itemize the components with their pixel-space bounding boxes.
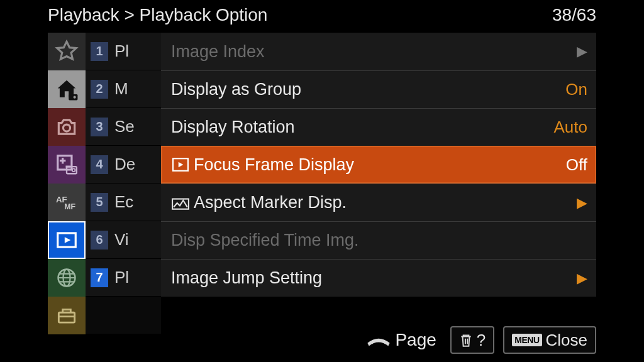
breadcrumb: Playback > Playback Option [48, 5, 267, 25]
chevron-right-icon: ▶ [577, 43, 587, 60]
sub-label: Pl [114, 41, 129, 61]
option-label: Focus Frame Display [194, 155, 566, 175]
sub-label: M [114, 79, 128, 99]
svg-point-5 [72, 168, 75, 172]
category-strip: AFMF [48, 33, 86, 334]
help-button[interactable]: ? [450, 326, 494, 354]
sub-number: 7 [91, 268, 108, 287]
option-display-as-group[interactable]: Display as Group On [161, 70, 596, 108]
sub-number: 4 [91, 155, 108, 174]
footer-bar: Page ? MENU Close [48, 324, 596, 356]
svg-text:MF: MF [64, 202, 75, 211]
category-network[interactable] [48, 259, 86, 297]
chevron-right-icon: ▶ [577, 270, 587, 287]
option-aspect-marker-disp[interactable]: Aspect Marker Disp. ▶ [161, 184, 596, 221]
svg-point-2 [63, 124, 70, 131]
home-icon [55, 77, 79, 101]
sub-number: 1 [91, 42, 108, 61]
sub-number: 5 [91, 193, 108, 212]
exposure-icon [55, 153, 79, 177]
svg-rect-0 [69, 94, 77, 101]
star-icon [55, 40, 79, 63]
page-control[interactable]: Page [366, 330, 436, 350]
menu-badge: MENU [512, 334, 541, 346]
option-label: Aspect Marker Disp. [194, 193, 577, 212]
option-disp-specified-time[interactable]: Disp Specified Time Img. [161, 221, 596, 259]
sub-number: 2 [91, 80, 108, 99]
category-favorites[interactable] [48, 33, 86, 70]
close-label: Close [546, 331, 587, 350]
sub-item-1[interactable]: 1 Pl [86, 33, 161, 70]
option-label: Display as Group [171, 80, 565, 99]
chevron-right-icon: ▶ [577, 195, 587, 211]
category-shooting[interactable] [48, 108, 86, 146]
page-dial-icon [366, 332, 391, 348]
sub-item-2[interactable]: 2 M [86, 70, 161, 108]
option-image-jump-setting[interactable]: Image Jump Setting ▶ [161, 259, 596, 297]
sub-label: Se [114, 117, 135, 136]
option-label: Image Index [171, 42, 577, 62]
sub-category-column: 1 Pl 2 M 3 Se 4 De 5 Ec 6 Vi 7 Pl [86, 33, 161, 334]
focus-frame-icon [171, 156, 190, 173]
breadcrumb-current: Playback Option [140, 5, 268, 25]
option-label: Display Rotation [171, 118, 554, 137]
sub-label: Ec [114, 192, 133, 212]
category-exposure[interactable] [48, 146, 86, 184]
globe-icon [55, 266, 79, 290]
option-value: Auto [554, 118, 588, 137]
page-counter: 38/63 [552, 5, 596, 25]
sub-item-7[interactable]: 7 Pl [86, 259, 161, 297]
close-button[interactable]: MENU Close [503, 326, 596, 354]
play-icon [55, 228, 79, 252]
option-value: On [565, 80, 587, 99]
option-focus-frame-display[interactable]: Focus Frame Display Off [161, 146, 596, 184]
aspect-marker-icon [171, 195, 190, 211]
option-display-rotation[interactable]: Display Rotation Auto [161, 108, 596, 146]
sub-label: De [114, 155, 135, 174]
category-focus[interactable]: AFMF [48, 184, 86, 221]
options-panel: Image Index ▶ Display as Group On Displa… [161, 33, 596, 297]
help-label: ? [477, 331, 486, 350]
sub-label: Vi [114, 230, 129, 250]
breadcrumb-root: Playback [48, 5, 119, 25]
header-bar: Playback > Playback Option 38/63 [48, 3, 596, 28]
option-value: Off [566, 155, 587, 175]
sub-item-6[interactable]: 6 Vi [86, 221, 161, 259]
sub-number: 6 [91, 231, 108, 250]
sub-item-3[interactable]: 3 Se [86, 108, 161, 146]
trash-icon [459, 332, 473, 348]
af-mf-icon: AFMF [55, 190, 79, 214]
sub-item-4[interactable]: 4 De [86, 146, 161, 184]
svg-rect-11 [58, 312, 74, 322]
category-home[interactable] [48, 70, 86, 108]
svg-point-1 [74, 96, 76, 99]
sub-label: Pl [114, 268, 129, 287]
page-label: Page [395, 330, 436, 350]
option-label: Image Jump Setting [171, 268, 577, 288]
camera-icon [55, 115, 79, 139]
breadcrumb-separator: > [124, 5, 134, 25]
sub-number: 3 [91, 118, 108, 136]
option-image-index[interactable]: Image Index ▶ [161, 33, 596, 70]
option-label: Disp Specified Time Img. [171, 231, 587, 250]
sub-item-5[interactable]: 5 Ec [86, 184, 161, 221]
category-playback[interactable] [48, 221, 86, 259]
